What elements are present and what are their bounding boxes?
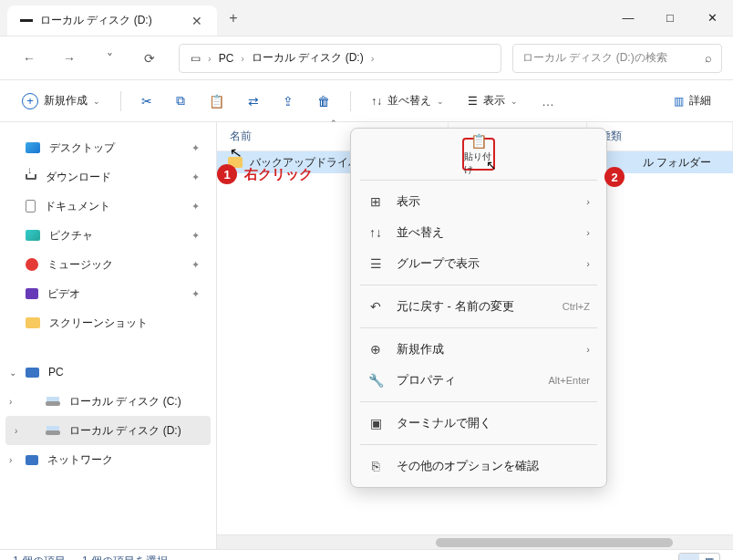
breadcrumb[interactable]: ▭ › PC › ローカル ディスク (D:) › — [179, 44, 501, 73]
rename-button[interactable]: ⇄ — [239, 88, 268, 115]
main-area: デスクトップ✦ ダウンロード✦ ドキュメント✦ ピクチャ✦ ミュージック✦ ビデ… — [0, 122, 733, 549]
pin-icon: ✦ — [191, 171, 200, 183]
chevron-right-icon[interactable]: › — [9, 455, 12, 465]
cut-button[interactable]: ✂ — [132, 88, 161, 115]
pin-icon: ✦ — [191, 201, 200, 213]
sidebar-item-screenshots[interactable]: スクリーンショット — [0, 308, 216, 337]
status-selection-count: 1 個の項目を選択 — [82, 554, 168, 560]
file-type: ル フォルダー — [643, 155, 733, 171]
sidebar-item-drive-d[interactable]: ›ローカル ディスク (D:) — [5, 416, 211, 445]
toolbar: + 新規作成 ⌄ ✂ ⧉ 📋 ⇄ ⇪ 🗑 ↑↓ 並べ替え ⌄ ☰ 表示 ⌄ … … — [0, 80, 733, 122]
copy-button[interactable]: ⧉ — [167, 88, 194, 115]
context-item-group[interactable]: ☰グループで表示› — [356, 248, 601, 279]
chevron-down-icon: ⌄ — [437, 97, 444, 106]
details-pane-button[interactable]: ▥ 詳細 — [665, 88, 720, 115]
horizontal-scrollbar[interactable] — [217, 534, 733, 549]
network-icon — [26, 455, 38, 465]
new-button[interactable]: + 新規作成 ⌄ — [13, 88, 109, 115]
pictures-icon — [26, 230, 40, 241]
sort-button[interactable]: ↑↓ 並べ替え ⌄ — [362, 88, 453, 115]
pin-icon: ✦ — [191, 142, 200, 154]
delete-button[interactable]: 🗑 — [308, 88, 339, 115]
context-item-terminal[interactable]: ▣ターミナルで開く — [356, 408, 601, 439]
sidebar-item-drive-c[interactable]: ›ローカル ディスク (C:) — [0, 387, 216, 416]
pc-icon — [26, 368, 39, 378]
breadcrumb-pc[interactable]: PC — [215, 50, 238, 67]
pin-icon: ✦ — [191, 288, 200, 300]
pin-icon: ✦ — [191, 230, 200, 242]
context-item-undo[interactable]: ↶元に戻す - 名前の変更Ctrl+Z — [356, 291, 601, 322]
breadcrumb-drive[interactable]: ローカル ディスク (D:) — [248, 48, 367, 67]
share-button[interactable]: ⇪ — [274, 88, 303, 115]
new-tab-button[interactable]: + — [217, 0, 250, 36]
navigation-bar: ← → ˅ ⟳ ▭ › PC › ローカル ディスク (D:) › ローカル デ… — [0, 36, 733, 80]
menu-separator — [360, 285, 597, 285]
window-maximize-button[interactable]: □ — [649, 0, 691, 36]
desktop-icon — [26, 142, 40, 153]
chevron-down-icon[interactable]: ⌄ — [9, 368, 16, 378]
separator — [120, 91, 121, 111]
more-button[interactable]: … — [532, 88, 564, 115]
sidebar-item-videos[interactable]: ビデオ✦ — [0, 279, 216, 308]
view-icon: ☰ — [468, 95, 478, 108]
tab-close-icon[interactable]: ✕ — [190, 14, 204, 28]
plus-circle-icon: ⊕ — [367, 342, 384, 357]
chevron-right-icon[interactable]: › — [15, 426, 17, 436]
tab-active[interactable]: ローカル ディスク (D:) ✕ — [7, 5, 217, 36]
view-button[interactable]: ☰ 表示 ⌄ — [459, 88, 527, 115]
separator — [350, 91, 351, 111]
sidebar-item-network[interactable]: ›ネットワーク — [0, 445, 216, 474]
chevron-down-icon: ⌄ — [511, 97, 518, 106]
grid-icon: ⊞ — [367, 194, 384, 209]
chevron-right-icon: › — [241, 53, 244, 64]
chevron-right-icon: › — [586, 196, 590, 207]
tiles-view-button[interactable]: ▦ — [699, 554, 719, 561]
chevron-right-icon[interactable]: › — [9, 397, 12, 407]
annotation-text: 右クリック — [244, 166, 313, 183]
status-bar: 1 個の項目 1 個の項目を選択 ≡ ▦ — [0, 549, 733, 560]
music-icon — [26, 258, 38, 271]
annotation-badge: 2 — [604, 167, 625, 187]
sidebar-item-desktop[interactable]: デスクトップ✦ — [0, 133, 216, 162]
paste-button[interactable]: 📋 — [200, 88, 233, 115]
menu-separator — [360, 401, 597, 402]
sidebar-item-pc[interactable]: ⌄PC — [0, 358, 216, 387]
context-item-view[interactable]: ⊞表示› — [356, 186, 601, 217]
window-minimize-button[interactable]: — — [607, 0, 649, 36]
context-menu: 📋 貼り付け ↖ 2 ⊞表示› ↑↓並べ替え› ☰グループで表示› ↶元に戻す … — [350, 128, 607, 488]
forward-button[interactable]: → — [51, 44, 88, 73]
scrollbar-thumb[interactable] — [436, 538, 673, 547]
sidebar-item-music[interactable]: ミュージック✦ — [0, 250, 216, 279]
pc-icon: ▭ — [187, 50, 204, 67]
wrench-icon: 🔧 — [367, 373, 384, 388]
window-close-button[interactable]: ✕ — [691, 0, 733, 36]
back-button[interactable]: ← — [11, 44, 47, 73]
menu-separator — [360, 327, 597, 328]
details-view-button[interactable]: ≡ — [679, 554, 699, 561]
tab-title: ローカル ディスク (D:) — [40, 13, 182, 28]
chevron-right-icon: › — [586, 258, 590, 269]
context-item-properties[interactable]: 🔧プロパティAlt+Enter — [356, 365, 601, 396]
pin-icon: ✦ — [191, 259, 200, 271]
sidebar-item-downloads[interactable]: ダウンロード✦ — [0, 162, 216, 192]
column-header-type[interactable]: 種類 — [587, 122, 733, 150]
paste-icon: 📋 — [470, 133, 488, 150]
chevron-right-icon: › — [208, 53, 212, 64]
up-button[interactable]: ˅ — [91, 44, 128, 73]
chevron-right-icon: › — [586, 227, 590, 238]
refresh-button[interactable]: ⟳ — [131, 44, 168, 73]
context-item-more-options[interactable]: ⎘その他のオプションを確認 — [356, 451, 601, 482]
context-item-new[interactable]: ⊕新規作成› — [356, 334, 601, 365]
sort-icon: ↑↓ — [367, 225, 384, 240]
annotation-step-1: 1 右クリック — [217, 164, 313, 184]
undo-icon: ↶ — [367, 299, 384, 314]
sidebar-item-documents[interactable]: ドキュメント✦ — [0, 192, 216, 221]
sidebar-item-pictures[interactable]: ピクチャ✦ — [0, 221, 216, 250]
context-item-sort[interactable]: ↑↓並べ替え› — [356, 217, 601, 248]
title-bar: ローカル ディスク (D:) ✕ + — □ ✕ — [0, 0, 733, 36]
view-toggle[interactable]: ≡ ▦ — [678, 553, 720, 561]
context-paste-button[interactable]: 📋 貼り付け ↖ — [462, 138, 495, 171]
sort-icon: ↑↓ — [371, 95, 382, 108]
more-options-icon: ⎘ — [367, 459, 384, 473]
search-input[interactable]: ローカル ディスク (D:)の検索 ⌕ — [512, 44, 722, 73]
